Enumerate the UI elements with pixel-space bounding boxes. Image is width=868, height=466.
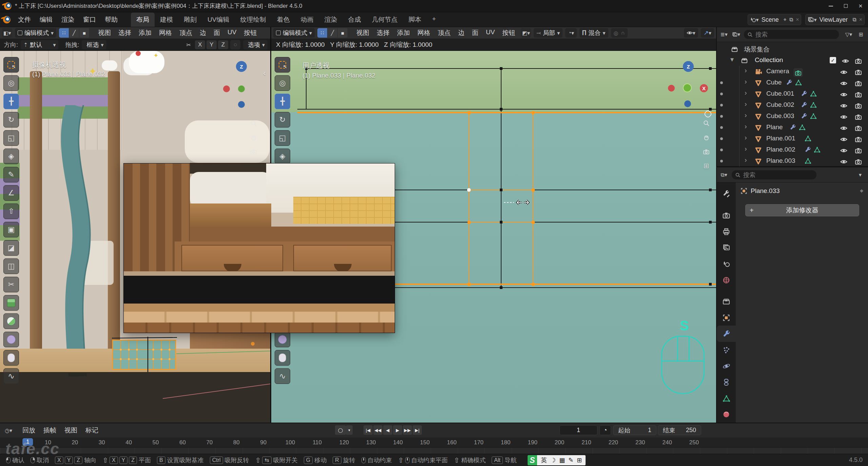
expand-icon[interactable]: › xyxy=(745,66,747,74)
mode-dropdown-left[interactable]: 编辑模式 ▾ xyxy=(15,28,56,38)
outliner-search-input[interactable]: 搜索 xyxy=(744,30,839,39)
vpmenu-right-边[interactable]: 边 xyxy=(454,27,468,39)
hide-eye-toggle[interactable] xyxy=(840,79,847,87)
prev-keyframe-button[interactable]: ◀◀ xyxy=(373,425,382,435)
play-reverse-button[interactable]: ◀ xyxy=(383,425,392,435)
axis-Y[interactable]: Y xyxy=(206,40,217,49)
tab-constraints[interactable] xyxy=(717,374,736,390)
tab-collection[interactable] xyxy=(717,293,736,310)
vpmenu-right-视图[interactable]: 视图 xyxy=(353,27,373,39)
hide-eye-toggle[interactable] xyxy=(842,57,849,64)
vpmenu-right-按钮[interactable]: 按钮 xyxy=(498,27,519,39)
tab-纹理绘制[interactable]: 纹理绘制 xyxy=(235,13,271,27)
vpmenu-right-选择[interactable]: 选择 xyxy=(373,27,393,39)
tab-modifiers[interactable] xyxy=(717,326,736,342)
axis-X[interactable]: X xyxy=(195,40,205,49)
render-camera-toggle[interactable] xyxy=(855,113,862,120)
timeline-menu-标记[interactable]: 标记 xyxy=(81,425,102,436)
reference-image-window[interactable] xyxy=(123,163,395,333)
breadcrumb-object-name[interactable]: Plane.033 xyxy=(751,187,780,195)
next-keyframe-button[interactable]: ▶▶ xyxy=(403,425,412,435)
add-modifier-button[interactable]: + 添加修改器 xyxy=(745,204,859,216)
tab-渲染[interactable]: 渲染 xyxy=(319,13,342,27)
mode-dropdown-right[interactable]: 编辑模式 ▾ xyxy=(273,28,315,38)
gizmo-y-axis-ball[interactable] xyxy=(683,83,692,92)
hide-eye-toggle[interactable] xyxy=(840,102,847,109)
ime-keyboard-icon[interactable]: ▦ xyxy=(559,457,565,464)
outliner-row-Plane.002[interactable]: ›Plane.002 xyxy=(717,144,868,155)
camera-view-icon[interactable] xyxy=(249,147,258,156)
gizmo-x-axis[interactable]: X xyxy=(700,84,708,92)
tool-sphere-checker[interactable] xyxy=(3,313,19,329)
tool-rotate[interactable]: ↻ xyxy=(3,112,19,128)
vpmenu-left-添加[interactable]: 添加 xyxy=(135,27,155,39)
auto-keying-record-button[interactable]: ◯ xyxy=(335,425,346,435)
pivot-point-dropdown[interactable]: ◔ ▾ xyxy=(565,28,577,38)
tab-tool[interactable] xyxy=(717,186,736,202)
editor-type-button[interactable]: ◧▾ xyxy=(2,28,12,38)
ime-grid-icon[interactable]: ⊞ xyxy=(577,457,582,464)
expand-icon[interactable]: › xyxy=(745,100,747,108)
pin-icon[interactable]: ⌖ xyxy=(784,17,787,23)
tool-select-box[interactable]: ↖ xyxy=(3,57,19,73)
filter-funnel-button[interactable]: ▽▾ xyxy=(844,30,854,39)
timeline-track[interactable] xyxy=(0,448,868,454)
proportional-edit-icon[interactable]: ◌ xyxy=(230,40,240,50)
tool-bevel[interactable]: ◪ xyxy=(3,240,19,256)
expand-icon[interactable]: › xyxy=(745,156,747,164)
tool-measure[interactable]: ∠ xyxy=(3,185,19,201)
render-camera-toggle[interactable] xyxy=(855,102,862,109)
orientation-dropdown[interactable]: ⇡ 默认 ▾ xyxy=(21,40,58,50)
render-camera-toggle[interactable] xyxy=(855,79,862,87)
outliner-row-Cube.002[interactable]: ›Cube.002 xyxy=(717,99,868,111)
tab-particles[interactable] xyxy=(717,342,736,358)
ortho-grid-icon[interactable]: ⊞ xyxy=(702,161,711,170)
tab-physics[interactable] xyxy=(717,358,736,374)
transform-orientation-dropdown[interactable]: ⤙ 局部 ▾ xyxy=(534,28,563,38)
tool-knife[interactable]: ✂ xyxy=(3,277,19,292)
outliner-row-Plane.001[interactable]: ›Plane.001 xyxy=(717,133,868,144)
tool-cursor[interactable]: ◎ xyxy=(3,75,19,91)
pan-hand-icon[interactable] xyxy=(249,133,258,142)
tool-transform[interactable]: ◈ xyxy=(3,149,19,164)
vpmenu-left-边[interactable]: 边 xyxy=(196,27,210,39)
close-button[interactable]: ✕ xyxy=(853,0,868,12)
vpmenu-right-添加[interactable]: 添加 xyxy=(393,27,414,39)
tab-布局[interactable]: 布局 xyxy=(131,13,155,27)
render-camera-toggle[interactable] xyxy=(855,158,862,165)
gizmo-z-axis[interactable]: Z xyxy=(236,61,247,72)
new-scene-icon[interactable]: ⧉ xyxy=(789,17,793,23)
tab-脚本[interactable]: 脚本 xyxy=(403,13,427,27)
tab-object-data[interactable] xyxy=(717,390,736,407)
expand-icon[interactable]: › xyxy=(745,78,747,85)
edge-select-button[interactable]: ╱ xyxy=(328,28,338,38)
gizmo-minus-z-ball[interactable] xyxy=(684,100,691,107)
tool-rotate[interactable]: ↻ xyxy=(275,112,290,128)
hide-eye-toggle[interactable] xyxy=(840,68,847,76)
play-button[interactable]: ▶ xyxy=(393,425,402,435)
vpmenu-left-选择[interactable]: 选择 xyxy=(115,27,135,39)
blender-menu-button[interactable] xyxy=(0,14,14,25)
auto-key-dropdown[interactable]: ▾ xyxy=(346,425,353,435)
scene-collection-row[interactable]: 场景集合 xyxy=(717,43,868,55)
tool-move[interactable]: ╋ xyxy=(3,94,19,109)
tool-transform[interactable]: ◈ xyxy=(275,149,290,164)
timeline-menu-回放[interactable]: 回放 xyxy=(18,425,39,436)
mirror-dropdown[interactable]: ◩▾ xyxy=(521,28,531,38)
outliner-row-Cube.003[interactable]: ›Cube.003 xyxy=(717,111,868,122)
tab-material[interactable] xyxy=(717,406,736,423)
sidebar-collapse-icon[interactable]: ‹ xyxy=(263,69,266,78)
tool-cursor[interactable]: ◎ xyxy=(275,75,290,91)
collapse-icon[interactable]: ▾ xyxy=(730,55,734,63)
vpmenu-left-顶点[interactable]: 顶点 xyxy=(176,27,196,39)
jump-to-start-button[interactable]: |◀ xyxy=(363,425,373,435)
hide-eye-toggle[interactable] xyxy=(840,135,847,143)
tool-loop-cut[interactable]: ◫ xyxy=(3,258,19,274)
tool-sphere-purple[interactable] xyxy=(3,332,19,347)
render-camera-toggle[interactable] xyxy=(855,68,862,76)
expand-icon[interactable]: › xyxy=(745,89,747,97)
gizmo-minus-x-ball[interactable] xyxy=(668,85,675,92)
tab-着色[interactable]: 着色 xyxy=(271,13,295,27)
unlink-scene-icon[interactable]: × xyxy=(796,17,799,23)
expand-icon[interactable]: › xyxy=(745,122,747,130)
